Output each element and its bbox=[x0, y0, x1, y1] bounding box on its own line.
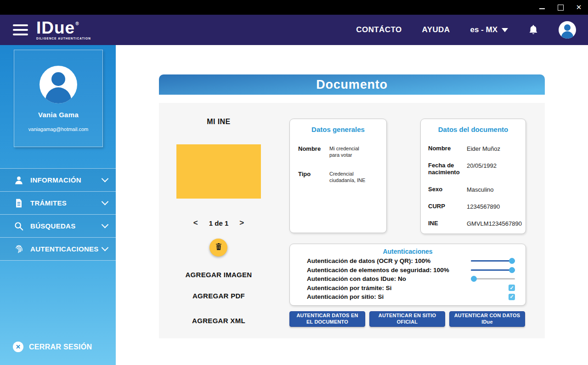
auth-rows: Autenticación de datos (OCR y QR): 100% … bbox=[290, 257, 526, 302]
security-elements-slider[interactable] bbox=[471, 267, 515, 273]
document-icon bbox=[14, 198, 24, 208]
auth-label: Autenticación de elementos de seguridad:… bbox=[307, 267, 449, 274]
row-value: Eider Muñoz bbox=[467, 145, 500, 152]
close-button[interactable]: ✕ bbox=[570, 0, 588, 15]
row-value: Masculino bbox=[467, 186, 494, 193]
chevron-down-icon bbox=[102, 221, 109, 228]
slider-fill bbox=[471, 260, 515, 262]
auth-slider-row: Autenticación de elementos de seguridad:… bbox=[290, 266, 526, 275]
authenticate-document-data-button[interactable]: AUTENTICAR DATOS EN EL DOCUMENTO bbox=[289, 311, 365, 327]
slider-handle[interactable] bbox=[471, 276, 477, 282]
sidebar-item-busquedas[interactable]: BÚSQUEDAS bbox=[0, 214, 116, 237]
avatar-person-icon bbox=[51, 72, 65, 86]
add-image-button[interactable]: AGREGAR IMAGEN bbox=[176, 271, 261, 279]
row-value: 20/05/1992 bbox=[467, 162, 497, 176]
top-navbar: IDue® DILIGENCE AUTHENTICATION CONTÁCTO … bbox=[0, 15, 588, 45]
auth-slider-row: Autenticación con datos IDue: No bbox=[290, 274, 526, 284]
auth-slider-row: Autenticación de datos (OCR y QR): 100% bbox=[290, 257, 526, 266]
row-label: Nombre bbox=[298, 145, 321, 159]
row-label: Tipo bbox=[298, 171, 321, 184]
idue-data-slider[interactable] bbox=[471, 276, 515, 282]
pager-prev-icon[interactable]: < bbox=[193, 218, 198, 228]
auth-label: Autenticación con datos IDue: No bbox=[307, 275, 406, 282]
avatar-person-icon bbox=[564, 24, 571, 31]
registered-mark: ® bbox=[75, 21, 79, 26]
chevron-down-icon bbox=[102, 175, 109, 182]
document-image-preview[interactable] bbox=[176, 144, 261, 199]
data-row: INE GMVLM1234567890 bbox=[421, 220, 526, 227]
sidebar-item-tramites[interactable]: TRÁMITES bbox=[0, 191, 116, 214]
minimize-icon bbox=[539, 8, 545, 9]
nav-link-help[interactable]: AYUDA bbox=[422, 25, 450, 34]
sidebar-menu: INFORMACIÓN TRÁMITES BÚSQUEDAS bbox=[0, 168, 116, 261]
card-title: Datos del documento bbox=[421, 125, 526, 133]
page-title: Documento bbox=[316, 78, 388, 92]
delete-document-button[interactable] bbox=[209, 239, 227, 257]
authenticate-idue-data-button[interactable]: AUTENTICAR CON DATOS IDue bbox=[449, 311, 525, 327]
sitio-checkbox[interactable] bbox=[509, 294, 515, 300]
row-label: Sexo bbox=[428, 186, 460, 193]
authentications-card: Autenticaciones Autenticación de datos (… bbox=[289, 244, 526, 306]
document-name: MI INE bbox=[176, 118, 261, 126]
row-value: 1234567890 bbox=[467, 203, 500, 210]
add-pdf-button[interactable]: AGREGAR PDF bbox=[176, 292, 261, 300]
add-xml-button[interactable]: AGREGAR XML bbox=[176, 317, 261, 325]
sidebar-item-autenticaciones[interactable]: AUTENTICACIONES bbox=[0, 237, 116, 261]
ocr-qr-slider[interactable] bbox=[471, 258, 515, 264]
slider-handle[interactable] bbox=[509, 258, 515, 264]
row-value: Credencial ciudadanía, INE bbox=[329, 171, 368, 184]
sidebar-item-label: AUTENTICACIONES bbox=[30, 245, 99, 253]
data-row: Fecha de nacimiento 20/05/1992 bbox=[421, 162, 526, 176]
data-row: Sexo Masculino bbox=[421, 186, 526, 193]
sidebar-user-card: Vania Gama vaniagamag@hotmail.com bbox=[14, 50, 103, 147]
slider-fill bbox=[471, 269, 515, 271]
locale-selector[interactable]: es - MX bbox=[470, 25, 508, 34]
row-label: INE bbox=[428, 220, 460, 227]
maximize-button[interactable] bbox=[551, 0, 570, 15]
authenticate-official-site-button[interactable]: AUTENTICAR EN SITIO OFICIAL bbox=[369, 311, 445, 327]
sidebar-item-label: INFORMACIÓN bbox=[30, 176, 81, 184]
pager-label: 1 de 1 bbox=[209, 219, 229, 227]
data-row: CURP 1234567890 bbox=[421, 203, 526, 210]
slider-handle[interactable] bbox=[509, 267, 515, 273]
document-pager: < 1 de 1 > bbox=[176, 218, 261, 228]
sidebar-item-label: TRÁMITES bbox=[30, 199, 67, 207]
row-value: Mi credencial para votar bbox=[329, 145, 368, 159]
person-icon bbox=[14, 175, 24, 185]
auth-label: Autenticación de datos (OCR y QR): 100% bbox=[307, 257, 430, 264]
navbar-right-group: CONTÁCTO AYUDA es - MX bbox=[356, 21, 576, 39]
logout-button[interactable]: ✕ CERRAR SESIÓN bbox=[13, 342, 92, 352]
slider-track bbox=[471, 278, 515, 279]
close-icon: ✕ bbox=[576, 3, 582, 11]
auth-check-row: Autenticación por sitio: Si bbox=[290, 292, 526, 302]
brand-logo: IDue® DILIGENCE AUTHENTICATION bbox=[36, 19, 91, 40]
hamburger-menu-icon[interactable] bbox=[13, 24, 28, 35]
sidebar-item-informacion[interactable]: INFORMACIÓN bbox=[0, 168, 116, 191]
logout-label: CERRAR SESIÓN bbox=[29, 343, 92, 351]
brand-tagline: DILIGENCE AUTHENTICATION bbox=[36, 37, 91, 40]
data-row: Tipo Credencial ciudadanía, INE bbox=[290, 171, 386, 184]
general-data-card: Datos generales Nombre Mi credencial par… bbox=[289, 119, 387, 233]
chevron-down-icon bbox=[102, 198, 109, 205]
minimize-button[interactable] bbox=[533, 0, 551, 15]
row-value: GMVLM1234567890 bbox=[467, 220, 522, 227]
app-window: ✕ IDue® DILIGENCE AUTHENTICATION CONTÁCT… bbox=[0, 0, 588, 365]
notifications-bell-icon[interactable] bbox=[528, 24, 538, 35]
close-circle-icon: ✕ bbox=[13, 342, 23, 352]
pager-next-icon[interactable]: > bbox=[239, 218, 244, 228]
sidebar-item-label: BÚSQUEDAS bbox=[30, 222, 76, 230]
user-avatar[interactable] bbox=[559, 21, 576, 39]
auth-label: Autenticación por trámite: Si bbox=[307, 285, 392, 291]
document-data-card: Datos del documento Nombre Eider Muñoz F… bbox=[420, 119, 526, 234]
trash-icon bbox=[215, 243, 222, 252]
chevron-down-icon bbox=[502, 28, 508, 32]
chevron-down-icon bbox=[102, 244, 109, 251]
data-row: Nombre Eider Muñoz bbox=[421, 145, 526, 152]
action-buttons-row: AUTENTICAR DATOS EN EL DOCUMENTO AUTENTI… bbox=[289, 311, 525, 327]
sidebar-user-avatar bbox=[40, 66, 77, 103]
nav-link-contact[interactable]: CONTÁCTO bbox=[356, 25, 401, 34]
data-row: Nombre Mi credencial para votar bbox=[290, 145, 386, 159]
row-label: CURP bbox=[428, 203, 460, 210]
tramite-checkbox[interactable] bbox=[509, 285, 515, 291]
card-title: Autenticaciones bbox=[290, 248, 526, 255]
